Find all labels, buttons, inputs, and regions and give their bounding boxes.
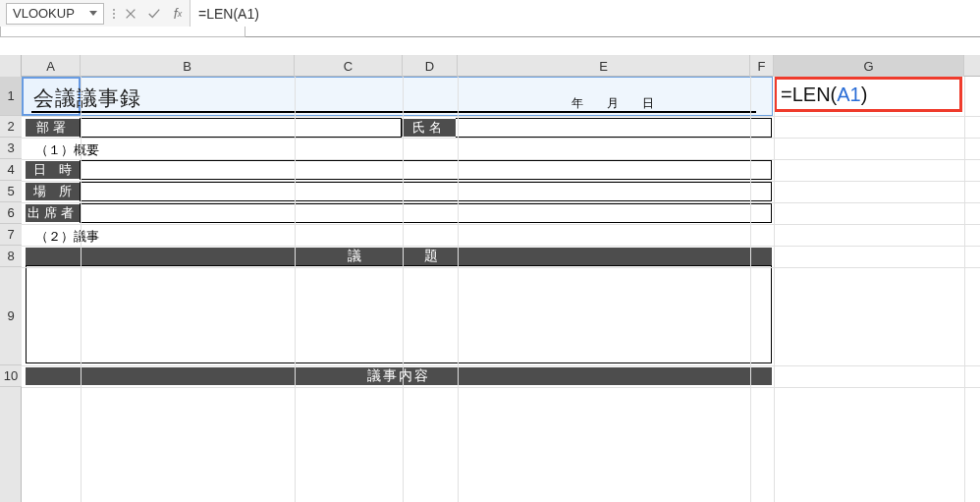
- column-headers: ABCDEFG: [22, 55, 980, 77]
- input-agenda-body[interactable]: [26, 265, 772, 363]
- formula-bar-border: [0, 27, 245, 37]
- row-header-7[interactable]: 7: [0, 224, 22, 246]
- col-header-G[interactable]: G: [774, 55, 964, 77]
- name-box[interactable]: VLOOKUP: [6, 3, 104, 25]
- col-header-C[interactable]: C: [295, 55, 403, 77]
- gridline-v: [458, 77, 459, 502]
- formula-ref: A1: [837, 84, 860, 106]
- label-month: 月: [607, 95, 619, 112]
- row-header-6[interactable]: 6: [0, 202, 22, 224]
- label-day: 日: [642, 95, 654, 112]
- row-headers: 12345678910: [0, 55, 22, 502]
- section-1-label: （１）概要: [35, 141, 99, 159]
- cells-area[interactable]: 会議議事録 年 月 日 部署 氏名 （１）概要 日 時 場 所 出席者 （２）議…: [22, 77, 980, 502]
- check-icon: [147, 7, 161, 21]
- row-header-3[interactable]: 3: [0, 138, 22, 159]
- spreadsheet-grid[interactable]: ABCDEFG 12345678910 会議議事録 年 月 日 部署 氏名 （１…: [0, 55, 980, 502]
- gridline-h: [22, 267, 980, 268]
- col-header-D[interactable]: D: [403, 55, 458, 77]
- row-header-2[interactable]: 2: [0, 116, 22, 138]
- label-datetime: 日 時: [26, 161, 80, 179]
- gridline-h: [22, 138, 980, 139]
- input-dept[interactable]: [80, 118, 402, 138]
- section-2-label: （２）議事: [35, 228, 99, 246]
- label-attendees: 出席者: [26, 204, 80, 222]
- gridline-h: [22, 202, 980, 203]
- banner-agenda: 議 題: [26, 248, 772, 265]
- gridline-h: [22, 387, 980, 388]
- gridline-h: [22, 365, 980, 366]
- row-header-9[interactable]: 9: [0, 267, 22, 365]
- gridline-v: [403, 77, 404, 502]
- gridline-v: [964, 77, 965, 502]
- col-header-F[interactable]: F: [750, 55, 774, 77]
- formula-close: ): [861, 84, 868, 106]
- col-header-E[interactable]: E: [458, 55, 750, 77]
- dropdown-icon: [89, 11, 97, 16]
- sheet-title: 会議議事録: [29, 84, 141, 112]
- accept-formula-button[interactable]: [142, 3, 166, 25]
- row-header-10[interactable]: 10: [0, 365, 22, 387]
- row-header-1[interactable]: 1: [0, 77, 22, 116]
- x-icon: [124, 7, 137, 21]
- active-cell-g1[interactable]: =LEN(A1): [774, 77, 962, 112]
- gridline-h: [22, 224, 980, 225]
- label-dept: 部署: [26, 119, 80, 137]
- input-datetime[interactable]: [80, 160, 772, 180]
- formula-open: (: [831, 84, 838, 106]
- label-place: 場 所: [26, 183, 80, 200]
- gridline-h: [22, 246, 980, 247]
- name-box-text: VLOOKUP: [13, 6, 75, 21]
- input-attendees[interactable]: [80, 203, 772, 223]
- gridline-h: [22, 159, 980, 160]
- gridline-v: [774, 77, 775, 502]
- fx-button[interactable]: fx: [166, 3, 190, 25]
- label-name: 氏名: [402, 119, 456, 137]
- gridline-v: [295, 77, 296, 502]
- col-header-B[interactable]: B: [81, 55, 295, 77]
- gridline-v: [750, 77, 751, 502]
- date-labels: 年 月 日: [572, 77, 654, 112]
- formula-text: =LEN(A1): [198, 6, 259, 22]
- label-year: 年: [572, 95, 583, 112]
- sheet-title-row: 会議議事録: [29, 77, 141, 112]
- gridline-h: [22, 116, 980, 117]
- col-header-A[interactable]: A: [22, 55, 81, 77]
- formula-bar[interactable]: =LEN(A1): [190, 0, 980, 28]
- cancel-formula-button[interactable]: [119, 3, 142, 25]
- row-header-8[interactable]: 8: [0, 246, 22, 267]
- formula-eq: =: [781, 84, 792, 106]
- grip-icon: [111, 9, 116, 19]
- gridline-v: [81, 77, 82, 502]
- row-header-5[interactable]: 5: [0, 181, 22, 202]
- gridline-h: [22, 181, 980, 182]
- input-name[interactable]: [456, 118, 772, 138]
- formula-fn: LEN: [792, 84, 831, 106]
- banner-content: 議事内容: [26, 367, 772, 385]
- row-header-4[interactable]: 4: [0, 159, 22, 181]
- input-place[interactable]: [80, 182, 772, 201]
